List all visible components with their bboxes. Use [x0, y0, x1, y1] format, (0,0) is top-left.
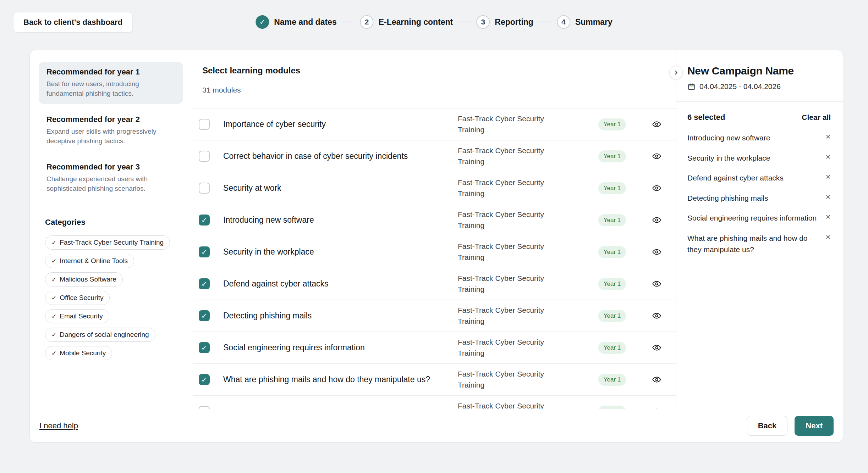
category-chip-mobile-security[interactable]: ✓ Mobile Security — [45, 346, 112, 360]
year-badge: Year 1 — [598, 342, 626, 354]
preview-module-button[interactable] — [637, 311, 676, 321]
eye-icon — [652, 183, 661, 193]
chip-label: Mobile Security — [60, 349, 106, 357]
module-checkbox[interactable]: ✓ — [199, 278, 210, 289]
module-name: Importance of cyber security — [223, 119, 458, 129]
selected-module-label: Detecting phishing mails — [687, 193, 768, 204]
remove-icon[interactable]: ✕ — [825, 194, 831, 200]
category-chip-fast-track[interactable]: ✓ Fast-Track Cyber Security Training — [45, 235, 170, 250]
preview-module-button[interactable] — [637, 247, 676, 257]
recommendation-title: Recommended for year 3 — [46, 162, 175, 172]
selected-module-item: Social engineering requires information … — [687, 212, 831, 224]
step-summary[interactable]: 4 Summary — [557, 15, 612, 29]
step-label: Summary — [575, 17, 612, 27]
step-reporting[interactable]: 3 Reporting — [476, 15, 533, 29]
year-badge: Year 1 — [598, 214, 626, 226]
campaign-summary-panel: › New Campaign Name 04.04.2025 - 04.04.2… — [676, 50, 843, 410]
preview-module-button[interactable] — [637, 183, 676, 193]
remove-icon[interactable]: ✕ — [825, 134, 831, 140]
eye-icon — [652, 247, 661, 257]
chevron-right-icon: › — [675, 67, 678, 77]
selected-module-label: What are phishing mails and how do they … — [687, 233, 820, 256]
check-icon: ✓ — [51, 350, 56, 357]
remove-icon[interactable]: ✕ — [825, 174, 831, 180]
module-name: Correct behavior in case of cyber securi… — [223, 151, 458, 161]
step-name-and-dates[interactable]: ✓ Name and dates — [256, 15, 336, 29]
step-elearning-content[interactable]: 2 E-Learning content — [360, 15, 453, 29]
category-chip-email-security[interactable]: ✓ Email Security — [45, 309, 109, 323]
preview-module-button[interactable] — [637, 151, 676, 161]
category-chip-internet-online-tools[interactable]: ✓ Internet & Online Tools — [45, 254, 134, 268]
module-checkbox[interactable]: ✓ — [199, 374, 210, 385]
module-checkbox[interactable]: ✓ — [199, 183, 210, 194]
module-checkbox[interactable]: ✓ — [199, 246, 210, 257]
campaign-date-range-row: 04.04.2025 - 04.04.2026 — [687, 82, 831, 91]
check-icon: ✓ — [51, 239, 56, 246]
remove-icon[interactable]: ✕ — [825, 234, 831, 240]
module-row: ✓ Security in the workplace Fast-Track C… — [193, 236, 676, 268]
module-course: Fast-Track Cyber Security Training — [458, 209, 587, 231]
module-checkbox[interactable]: ✓ — [199, 119, 210, 130]
panel-divider — [676, 101, 843, 102]
recommendation-year-3[interactable]: Recommended for year 3 Challenge experie… — [39, 157, 183, 199]
check-icon: ✓ — [201, 312, 207, 319]
check-icon: ✓ — [51, 257, 56, 265]
module-course: Fast-Track Cyber Security Training — [458, 273, 587, 295]
step-connector — [539, 22, 551, 22]
preview-module-button[interactable] — [637, 119, 676, 129]
back-button[interactable]: Back — [747, 416, 788, 436]
calendar-icon — [687, 83, 696, 91]
category-chip-office-security[interactable]: ✓ Office Security — [45, 291, 110, 305]
step-number: 4 — [557, 15, 570, 29]
year-badge: Year 1 — [598, 150, 626, 162]
eye-icon — [652, 375, 661, 384]
module-course: Fast-Track Cyber Security Training — [458, 305, 587, 327]
wizard-stepper: ✓ Name and dates 2 E-Learning content 3 … — [256, 15, 612, 29]
selected-module-label: Introducing new software — [687, 132, 770, 144]
preview-module-button[interactable] — [637, 343, 676, 352]
collapse-panel-button[interactable]: › — [669, 66, 683, 79]
remove-icon[interactable]: ✕ — [825, 154, 831, 160]
clear-all-button[interactable]: Clear all — [802, 113, 831, 122]
eye-icon — [652, 215, 661, 225]
selected-module-item: Defend against cyber attacks ✕ — [687, 172, 831, 184]
chip-label: Email Security — [60, 312, 103, 320]
help-link[interactable]: I need help — [39, 421, 78, 430]
preview-module-button[interactable] — [637, 279, 676, 289]
module-checkbox[interactable]: ✓ — [199, 151, 210, 162]
chip-label: Fast-Track Cyber Security Training — [60, 239, 164, 246]
year-badge: Year 1 — [598, 374, 626, 386]
module-checkbox[interactable]: ✓ — [199, 342, 210, 353]
recommendation-year-1[interactable]: Recommended for year 1 Best for new user… — [39, 62, 183, 104]
module-course: Fast-Track Cyber Security Training — [458, 113, 587, 135]
module-course: Fast-Track Cyber Security Training — [458, 241, 587, 263]
selected-module-item: Security in the workplace ✕ — [687, 152, 831, 164]
remove-icon[interactable]: ✕ — [825, 214, 831, 220]
module-name: Detecting phishing mails — [223, 311, 458, 321]
module-course: Fast-Track Cyber Security Training — [458, 337, 587, 358]
category-chips: ✓ Fast-Track Cyber Security Training ✓ I… — [45, 235, 183, 360]
sidebar-divider — [39, 207, 183, 207]
eye-icon — [652, 119, 661, 129]
recommendation-year-2[interactable]: Recommended for year 2 Expand user skill… — [39, 110, 183, 151]
module-row: ✓ Social engineering requires informatio… — [193, 332, 676, 364]
preview-module-button[interactable] — [637, 215, 676, 225]
recommendation-title: Recommended for year 2 — [46, 115, 175, 124]
module-checkbox[interactable]: ✓ — [199, 215, 210, 226]
year-badge: Year 1 — [598, 310, 626, 322]
module-row: ✓ What are phishing mails and how do the… — [193, 364, 676, 396]
next-button[interactable]: Next — [795, 416, 834, 436]
step-label: Name and dates — [274, 17, 336, 27]
selected-module-item: What are phishing mails and how do they … — [687, 233, 831, 256]
module-row: ✓ Detecting phishing mails Fast-Track Cy… — [193, 300, 676, 332]
module-checkbox[interactable]: ✓ — [199, 310, 210, 321]
campaign-name: New Campaign Name — [687, 65, 831, 77]
module-name: Defend against cyber attacks — [223, 279, 458, 289]
module-course: Fast-Track Cyber Security Training — [458, 177, 587, 199]
back-to-dashboard-button[interactable]: Back to client's dashboard — [13, 12, 133, 33]
campaign-date-range: 04.04.2025 - 04.04.2026 — [699, 82, 781, 91]
category-chip-social-engineering[interactable]: ✓ Dangers of social engineering — [45, 328, 155, 342]
category-chip-malicious-software[interactable]: ✓ Malicious Software — [45, 272, 123, 286]
step-label: Reporting — [495, 17, 533, 27]
preview-module-button[interactable] — [637, 375, 676, 384]
